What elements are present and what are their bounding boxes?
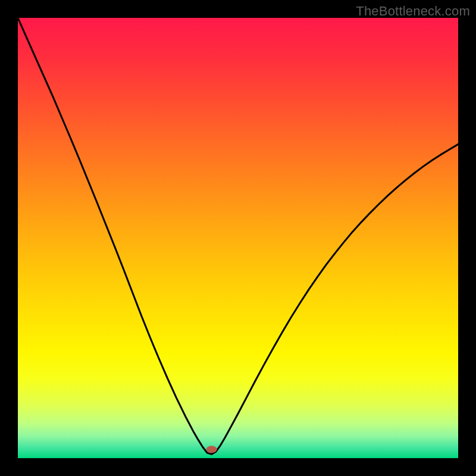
watermark-text: TheBottleneck.com	[356, 4, 470, 19]
optimum-marker	[206, 446, 217, 453]
bottleneck-chart	[18, 18, 458, 458]
gradient-rect	[18, 18, 458, 458]
chart-frame	[18, 18, 458, 458]
